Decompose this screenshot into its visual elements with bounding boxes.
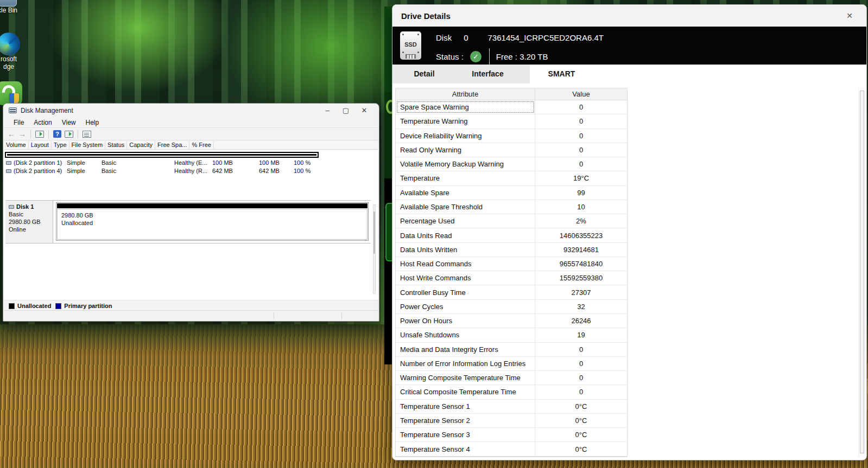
desktop-icon-microsoft-edge[interactable]: rosoft dge [0, 33, 25, 70]
selected-volume-row[interactable] [5, 152, 319, 158]
smart-row[interactable]: Percentage Used 2% [396, 214, 627, 228]
smart-row[interactable]: Controller Busy Time 27307 [396, 285, 627, 299]
smart-row[interactable]: Temperature Sensor 2 0°C [396, 414, 627, 428]
smart-value: 0 [535, 385, 627, 399]
smart-attribute: Critical Composite Temperature Time [396, 385, 535, 399]
unallocated-color-strip [57, 203, 368, 208]
scrollbar-thumb[interactable] [860, 91, 864, 453]
column-header[interactable]: % Free [189, 141, 213, 149]
region-size: 2980.80 GB [61, 211, 363, 219]
close-button[interactable]: ✕ [355, 106, 373, 114]
status-bar-divider [341, 312, 342, 319]
smart-row[interactable]: Host Write Commands 15592559380 [396, 271, 627, 285]
menu-item[interactable]: Help [81, 119, 104, 126]
help-icon[interactable]: ? [53, 130, 61, 138]
console-window-icon[interactable] [35, 131, 44, 138]
legend-label: Unallocated [17, 303, 51, 309]
volume-type: Basic [99, 167, 131, 175]
tab[interactable]: Detail [392, 65, 456, 84]
column-header[interactable]: Status [105, 141, 127, 149]
menu-item[interactable]: File [9, 119, 29, 126]
smart-row[interactable]: Temperature Warning 0 [396, 114, 627, 129]
smart-attribute: Read Only Warning [396, 143, 535, 157]
close-icon[interactable]: ✕ [841, 11, 858, 20]
smart-row[interactable]: Data Units Written 932914681 [396, 243, 627, 257]
smart-row[interactable]: Critical Composite Temperature Time 0 [396, 385, 627, 399]
column-header[interactable]: Free Spa... [155, 141, 189, 149]
tab[interactable]: SMART [530, 65, 593, 84]
volume-row[interactable]: (Disk 2 partition 4) Simple Basic Health… [4, 167, 378, 175]
smart-row[interactable]: Available Spare 99 [396, 186, 627, 200]
smart-attribute: Percentage Used [396, 214, 535, 228]
smart-row[interactable]: Unsafe Shutdowns 19 [396, 328, 627, 342]
value-column-header[interactable]: Value [535, 88, 627, 100]
smart-row[interactable]: Available Spare Threshold 10 [396, 200, 627, 214]
smart-row[interactable]: Media and Data Integrity Errors 0 [396, 343, 627, 357]
desktop-icon-recycle-bin[interactable]: cle Bin [0, 0, 24, 14]
smart-value: 96557481840 [535, 257, 627, 271]
volume-name: (Disk 2 partition 4) [14, 168, 62, 174]
console-window-alt-icon[interactable] [65, 131, 73, 138]
smart-attribute: Available Spare Threshold [396, 200, 535, 214]
smart-attribute: Temperature Warning [396, 114, 535, 128]
smart-value: 26246 [535, 314, 627, 328]
scrollbar-thumb[interactable] [373, 211, 375, 254]
banner-divider [489, 48, 490, 65]
minimize-button[interactable]: – [318, 106, 337, 114]
smart-row[interactable]: Temperature Sensor 3 0°C [396, 428, 627, 442]
menu-item[interactable]: View [57, 119, 81, 126]
smart-value: 99 [535, 186, 627, 200]
smart-row[interactable]: Number of Error Information Log Entries … [396, 357, 627, 371]
disk-bar-region[interactable]: 2980.80 GB Unallocated [53, 201, 371, 243]
forward-arrow-icon[interactable]: → [18, 130, 26, 138]
tab[interactable]: Interface [456, 65, 519, 84]
column-header[interactable]: Volume [4, 141, 29, 149]
smart-row[interactable]: Device Reliability Warning 0 [396, 129, 627, 143]
column-header[interactable]: File System [69, 141, 105, 149]
status-bar [4, 310, 378, 320]
smart-value: 0 [535, 129, 627, 143]
volume-type: Basic [99, 159, 131, 167]
drive-details-scrollbar[interactable] [858, 87, 865, 458]
smart-table: Attribute Value Spare Space Warning 0 Te… [395, 88, 628, 457]
back-arrow-icon[interactable]: ← [8, 130, 15, 138]
smart-attribute: Warning Composite Temperature Time [396, 371, 535, 384]
smart-row[interactable]: Warning Composite Temperature Time 0 [396, 371, 627, 385]
smart-value: 32 [535, 300, 627, 313]
shield-icon [9, 93, 19, 104]
properties-icon[interactable] [83, 131, 91, 138]
disk-pane-scrollbar[interactable] [373, 204, 376, 294]
smart-row[interactable]: Power Cycles 32 [396, 300, 627, 314]
column-header[interactable]: Layout [29, 141, 52, 149]
smart-row[interactable]: Read Only Warning 0 [396, 143, 627, 157]
disk-icon [9, 205, 14, 209]
menu-item[interactable]: Action [29, 119, 56, 126]
smart-row[interactable]: Data Units Read 14606355223 [396, 228, 627, 242]
volume-row[interactable]: (Disk 2 partition 1) Simple Basic Health… [4, 159, 378, 167]
smart-value: 27307 [535, 285, 627, 299]
smart-table-header: Attribute Value [396, 88, 627, 100]
column-header[interactable]: Type [52, 141, 69, 149]
smart-value: 0°C [535, 400, 627, 413]
drive-details-titlebar[interactable]: Drive Details ✕ [392, 5, 866, 27]
maximize-button[interactable]: ▢ [337, 106, 355, 114]
disk-management-titlebar[interactable]: Disk Management – ▢ ✕ [3, 104, 379, 117]
status-ok-icon: ✓ [470, 51, 481, 62]
smart-attribute: Data Units Read [396, 228, 535, 242]
smart-value: 15592559380 [535, 271, 627, 285]
volume-filesystem [131, 167, 172, 175]
smart-row[interactable]: Power On Hours 26246 [396, 314, 627, 328]
smart-row[interactable]: Host Read Commands 96557481840 [396, 257, 627, 271]
smart-row[interactable]: Temperature Sensor 1 0°C [396, 400, 627, 414]
smart-value: 14606355223 [535, 228, 627, 242]
smart-row[interactable]: Temperature Sensor 4 0°C [396, 442, 627, 456]
disk-label-box[interactable]: Disk 1 Basic 2980.80 GB Online [5, 201, 53, 243]
smart-value: 10 [535, 200, 627, 214]
edge-label-line2: dge [0, 63, 25, 70]
column-header[interactable]: Capacity [127, 141, 155, 149]
smart-row[interactable]: Volatile Memory Backup Warning 0 [396, 157, 627, 171]
attribute-column-header[interactable]: Attribute [396, 88, 535, 100]
volume-name: (Disk 2 partition 1) [14, 159, 62, 166]
smart-row[interactable]: Temperature 19°C [396, 171, 627, 185]
smart-row[interactable]: Spare Space Warning 0 [396, 100, 627, 114]
